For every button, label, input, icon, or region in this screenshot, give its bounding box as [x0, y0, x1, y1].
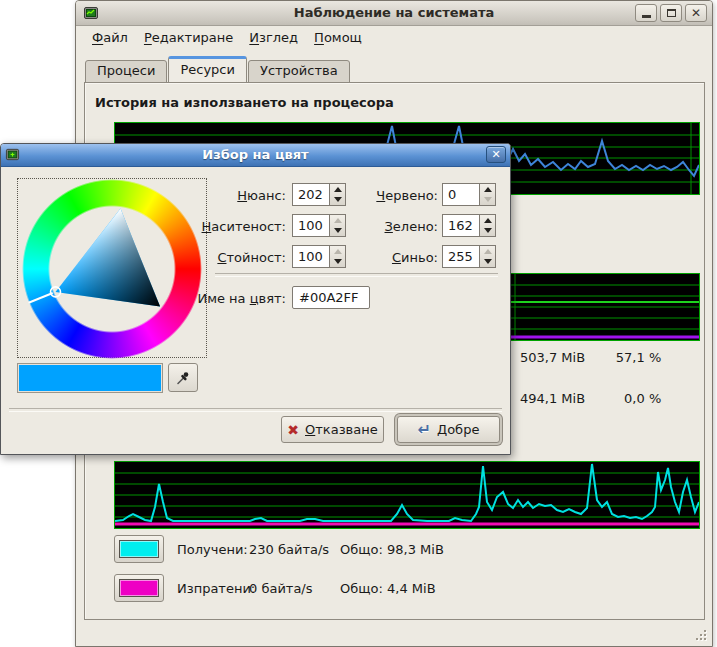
value-label: Стойност:	[217, 250, 286, 265]
red-spinner[interactable]: 0	[442, 183, 496, 206]
green-up-arrow[interactable]	[480, 215, 495, 226]
swap-amount: 494,1 MiB	[520, 391, 585, 406]
received-color-button[interactable]	[114, 535, 164, 563]
dialog-close-button[interactable]: ✕	[486, 146, 506, 163]
memory-value-row: 503,7 MiB 57,1 %	[520, 350, 661, 365]
swap-percent: 0,0 %	[589, 391, 661, 406]
cancel-label: Отказване	[305, 422, 378, 437]
eyedropper-button[interactable]	[168, 363, 198, 392]
value-down-arrow[interactable]	[330, 257, 345, 268]
color-name-label: Име на цвят:	[197, 291, 286, 306]
green-label: Зелено:	[385, 219, 438, 234]
value-spinner[interactable]: 100	[292, 245, 346, 268]
saturation-up-arrow	[330, 215, 345, 226]
menu-help[interactable]: Помощ	[307, 28, 369, 47]
sent-label: Изпратени:	[177, 581, 255, 596]
red-label: Червено:	[376, 188, 438, 203]
hue-up-arrow[interactable]	[330, 184, 345, 195]
memory-amount: 503,7 MiB	[520, 350, 585, 365]
color-wheel-area[interactable]	[17, 178, 207, 358]
red-up-arrow[interactable]	[480, 184, 495, 195]
menu-edit[interactable]: Редактиране	[137, 28, 240, 47]
tab-resources[interactable]: Ресурси	[168, 56, 247, 83]
selected-color-preview	[17, 363, 163, 393]
dialog-titlebar[interactable]: Избор на цвят ✕	[1, 144, 510, 167]
hsv-triangle[interactable]	[22, 179, 202, 359]
received-total: 98,3 MiB	[387, 542, 444, 557]
ok-label: Добре	[437, 422, 479, 437]
window-controls: ✕	[635, 4, 707, 22]
hue-marker	[29, 293, 53, 303]
menu-file[interactable]: Файл	[85, 28, 135, 47]
maximize-button[interactable]	[660, 4, 682, 22]
blue-down-arrow[interactable]	[480, 257, 495, 268]
cancel-x-icon: ✖	[287, 423, 299, 437]
memory-percent: 57,1 %	[589, 350, 661, 365]
received-color-swatch	[119, 540, 159, 558]
blue-spinner[interactable]: 255	[442, 245, 496, 268]
hue-label: Нюанс:	[237, 188, 286, 203]
sent-rate: 0 байта/s	[249, 581, 313, 596]
menubar: Файл Редактиране Изглед Помощ	[77, 26, 711, 48]
hue-down-arrow[interactable]	[330, 195, 345, 206]
minimize-button[interactable]	[635, 4, 657, 22]
window-title: Наблюдение на системата	[76, 5, 712, 20]
main-titlebar[interactable]: Наблюдение на системата ✕	[76, 1, 712, 26]
blue-up-arrow	[480, 246, 495, 257]
sent-color-button[interactable]	[114, 574, 164, 602]
tab-processes[interactable]: Процеси	[85, 60, 167, 83]
menu-view[interactable]: Изглед	[242, 28, 305, 47]
red-down-arrow	[480, 195, 495, 206]
dialog-body: Нюанс: 202 Наситеност: 100 Стойност: 100…	[1, 166, 510, 454]
close-icon: ✕	[691, 7, 701, 19]
eyedropper-icon	[175, 370, 191, 386]
tab-devices[interactable]: Устройства	[248, 60, 350, 83]
spinner-separator	[215, 273, 498, 277]
saturation-spinner[interactable]: 100	[292, 214, 346, 237]
received-rate: 230 байта/s	[249, 542, 329, 557]
cancel-button[interactable]: ✖ Отказване	[281, 416, 384, 443]
dialog-title: Избор на цвят	[1, 147, 510, 162]
action-separator	[9, 408, 502, 412]
saturation-down-arrow[interactable]	[330, 226, 345, 237]
hue-spinner[interactable]: 202	[292, 183, 346, 206]
ok-button[interactable]: ↵ Добре	[397, 416, 500, 443]
sent-color-swatch	[119, 579, 159, 597]
close-button[interactable]: ✕	[685, 4, 707, 22]
received-total-label: Общо:	[340, 542, 383, 557]
minimize-icon	[642, 15, 651, 18]
color-picker-dialog: Избор на цвят ✕	[0, 143, 511, 455]
value-up-arrow	[330, 246, 345, 257]
blue-label: Синьо:	[392, 250, 438, 265]
sent-total: 4,4 MiB	[387, 581, 436, 596]
green-spinner[interactable]: 162	[442, 214, 496, 237]
resize-grip[interactable]	[692, 626, 707, 641]
maximize-icon	[667, 9, 676, 17]
color-name-input[interactable]: #00A2FF	[292, 286, 370, 309]
cpu-history-title: История на използването на процесора	[95, 95, 394, 110]
ok-enter-icon: ↵	[418, 422, 431, 438]
saturation-label: Наситеност:	[202, 219, 286, 234]
tab-bar: Процеси Ресурси Устройства	[85, 56, 351, 83]
network-history-chart	[114, 461, 700, 529]
received-label: Получени:	[177, 542, 248, 557]
green-down-arrow[interactable]	[480, 226, 495, 237]
sent-total-label: Общо:	[340, 581, 383, 596]
swap-value-row: 494,1 MiB 0,0 %	[520, 391, 661, 406]
